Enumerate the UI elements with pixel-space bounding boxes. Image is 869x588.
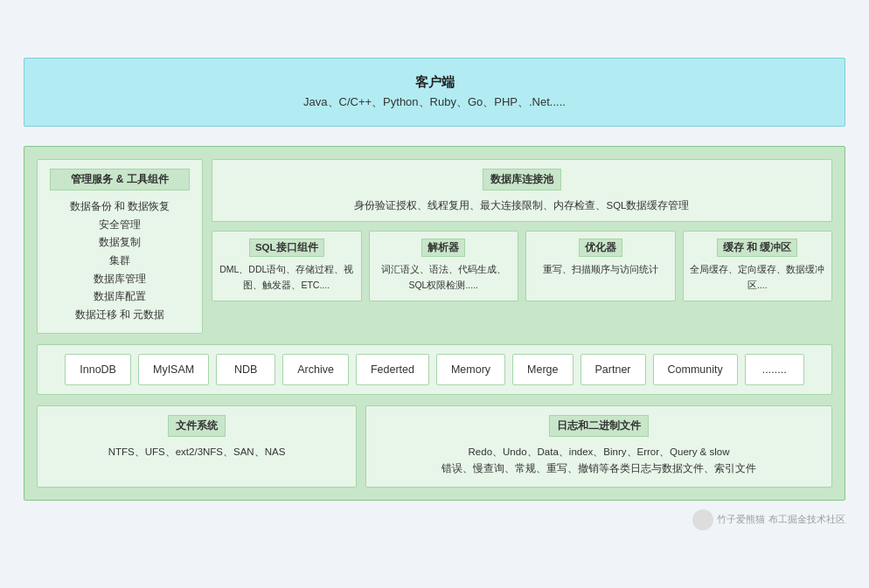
cache-title: 缓存 和 缓冲区	[717, 239, 797, 257]
watermark-text2: 布工掘金技术社区	[768, 513, 845, 526]
server-box: 管理服务 & 工具组件 数据备份 和 数据恢复 安全管理 数据复制 集群 数据库…	[24, 146, 845, 501]
mgmt-item-3: 数据复制	[50, 233, 190, 252]
engine-archive: Archive	[282, 354, 349, 385]
client-title: 客户端	[42, 74, 827, 91]
mgmt-item-5: 数据库管理	[50, 270, 190, 288]
conn-pool-desc: 身份验证授权、线程复用、最大连接限制、内存检查、SQL数据缓存管理	[225, 199, 819, 212]
right-col: 数据库连接池 身份验证授权、线程复用、最大连接限制、内存检查、SQL数据缓存管理…	[212, 159, 832, 334]
top-section: 管理服务 & 工具组件 数据备份 和 数据恢复 安全管理 数据复制 集群 数据库…	[37, 159, 832, 334]
mgmt-item-6: 数据库配置	[50, 287, 190, 306]
engine-ndb: NDB	[216, 354, 275, 385]
components-row: SQL接口组件 DML、DDL语句、存储过程、视图、触发器、ETC.... 解析…	[212, 231, 832, 301]
parser-box: 解析器 词汇语义、语法、代码生成、SQL权限检测.....	[369, 231, 519, 301]
watermark-text1: 竹子爱熊猫	[717, 513, 765, 526]
sql-interface-title: SQL接口组件	[249, 239, 324, 257]
mgmt-item-7: 数据迁移 和 元数据	[50, 306, 190, 324]
conn-pool-header: 数据库连接池	[225, 169, 819, 196]
logs-title: 日志和二进制文件	[549, 415, 649, 437]
parser-title: 解析器	[421, 239, 465, 257]
optimizer-title: 优化器	[579, 239, 622, 257]
engine-partner: Partner	[580, 354, 646, 385]
logs-desc: Redo、Undo、Data、index、Binry、Error、Query &…	[379, 444, 819, 478]
management-box: 管理服务 & 工具组件 数据备份 和 数据恢复 安全管理 数据复制 集群 数据库…	[37, 159, 203, 334]
logs-box: 日志和二进制文件 Redo、Undo、Data、index、Binry、Erro…	[365, 405, 832, 488]
mgmt-item-4: 集群	[50, 252, 190, 270]
bottom-section: 文件系统 NTFS、UFS、ext2/3NFS、SAN、NAS 日志和二进制文件…	[37, 405, 832, 488]
cache-desc: 全局缓存、定向缓存、数据缓冲区....	[689, 262, 827, 294]
parser-desc: 词汇语义、语法、代码生成、SQL权限检测.....	[375, 262, 513, 294]
filesystem-desc: NTFS、UFS、ext2/3NFS、SAN、NAS	[50, 444, 344, 461]
engine-myisam: MyISAM	[138, 354, 209, 385]
engine-more: ........	[745, 354, 804, 385]
engine-innodb: InnoDB	[65, 354, 131, 385]
watermark: 竹子爱熊猫 布工掘金技术社区	[24, 509, 845, 530]
management-title: 管理服务 & 工具组件	[50, 169, 190, 190]
filesystem-box: 文件系统 NTFS、UFS、ext2/3NFS、SAN、NAS	[37, 405, 357, 488]
management-items: 数据备份 和 数据恢复 安全管理 数据复制 集群 数据库管理 数据库配置 数据迁…	[50, 197, 190, 324]
engine-community: Community	[653, 354, 738, 385]
cache-box: 缓存 和 缓冲区 全局缓存、定向缓存、数据缓冲区....	[683, 231, 833, 301]
mgmt-item-2: 安全管理	[50, 216, 190, 234]
engines-row: InnoDB MyISAM NDB Archive Federted Memor…	[37, 344, 832, 395]
watermark-icon	[692, 509, 713, 530]
diagram-wrapper: 客户端 Java、C/C++、Python、Ruby、Go、PHP、.Net..…	[24, 58, 845, 530]
client-box: 客户端 Java、C/C++、Python、Ruby、Go、PHP、.Net..…	[24, 58, 845, 127]
engine-federted: Federted	[356, 354, 429, 385]
mgmt-item-1: 数据备份 和 数据恢复	[50, 197, 190, 216]
sql-interface-desc: DML、DDL语句、存储过程、视图、触发器、ETC....	[218, 262, 356, 294]
filesystem-title: 文件系统	[168, 415, 226, 437]
conn-pool-title: 数据库连接池	[483, 169, 561, 190]
engine-memory: Memory	[436, 354, 505, 385]
engine-merge: Merge	[512, 354, 573, 385]
connection-pool-box: 数据库连接池 身份验证授权、线程复用、最大连接限制、内存检查、SQL数据缓存管理	[212, 159, 832, 222]
optimizer-desc: 重写、扫描顺序与访问统计	[532, 262, 670, 278]
optimizer-box: 优化器 重写、扫描顺序与访问统计	[525, 231, 676, 301]
client-subtitle: Java、C/C++、Python、Ruby、Go、PHP、.Net.....	[42, 94, 827, 110]
sql-interface-box: SQL接口组件 DML、DDL语句、存储过程、视图、触发器、ETC....	[212, 231, 362, 301]
